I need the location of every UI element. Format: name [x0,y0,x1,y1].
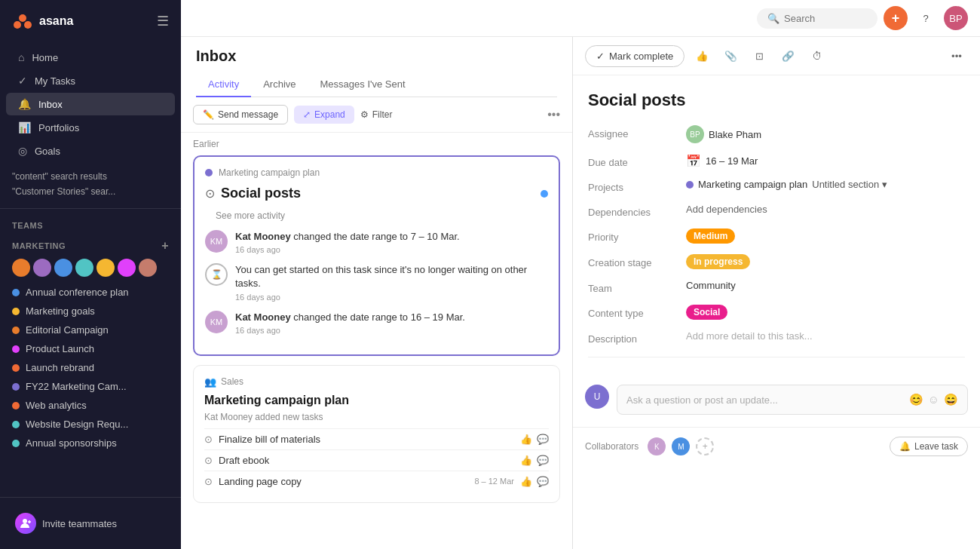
search-input[interactable] [784,13,867,24]
projects-value[interactable]: Marketing campaign plan Untitled section… [686,179,965,190]
timer-button[interactable]: ⏱ [805,44,828,67]
attach-button[interactable]: 📎 [719,44,742,67]
sidebar-project-annual-conf[interactable]: Annual conference plan [0,283,181,302]
card-project-label: Marketing campaign plan [219,167,320,178]
leave-task-button[interactable]: 🔔 Leave task [890,437,968,456]
inbox-toolbar: ✏️ Send message ⤢ Expand ⚙ Filter ••• [181,97,572,133]
due-date-text: 16 – 19 Mar [706,155,758,167]
activity-text-2: Kat Mooney changed the date range to 16 … [235,311,465,324]
due-date-row: Due date 📅 16 – 19 Mar [588,154,965,168]
comment-input-box[interactable]: Ask a question or post an update... 😊 ☺ … [617,385,968,415]
sidebar-project-fy22[interactable]: FY22 Marketing Cam... [0,377,181,396]
sidebar-project-product-launch[interactable]: Product Launch [0,339,181,358]
sidebar-item-home[interactable]: ⌂ Home [6,46,175,69]
dependencies-value[interactable]: Add dependencies [686,204,965,215]
add-project-button[interactable]: + [161,239,169,253]
section-dropdown[interactable]: Untitled section ▾ [812,179,887,190]
description-placeholder[interactable]: Add more detail to this task... [686,330,813,342]
assignee-value[interactable]: BP Blake Pham [686,125,965,143]
sidebar-project-annual-sponsorships[interactable]: Annual sponsorships [0,434,181,452]
add-collaborator-button[interactable]: + [696,437,714,455]
activity-entry-waiting: ⌛ You can get started on this task since… [205,263,548,301]
description-value[interactable]: Add more detail to this task... [686,330,965,342]
marketing-label: Marketing [12,241,66,250]
create-button[interactable]: + [884,6,908,30]
sales-activity-card[interactable]: 👥 Sales Marketing campaign plan Kat Moon… [193,365,560,503]
sidebar-item-portfolios[interactable]: 📊 Portfolios [6,116,175,139]
task-like-button-2[interactable]: 👍 [520,455,532,466]
task-comment-button-2[interactable]: 💬 [537,455,549,466]
sidebar-project-launch-rebrand[interactable]: Launch rebrand [0,358,181,377]
sidebar-project-marketing-goals[interactable]: Marketing goals [0,302,181,321]
svg-point-3 [23,519,27,523]
sidebar-item-goals[interactable]: ◎ Goals [6,140,175,162]
people-icon: 👥 [204,376,216,388]
invite-teammates-button[interactable]: Invite teammates [6,507,175,540]
collapse-sidebar-button[interactable]: ☰ [157,13,169,29]
mark-complete-button[interactable]: ✓ Mark complete [585,45,684,67]
content-type-badge[interactable]: Social [686,305,727,320]
sidebar: asana ☰ ⌂ Home ✓ My Tasks 🔔 Inbox 📊 Port… [0,0,181,549]
card-title: Social posts [221,186,301,201]
add-dependencies-link[interactable]: Add dependencies [686,204,767,215]
creation-stage-value[interactable]: In progress [686,254,965,269]
svg-point-0 [19,14,26,22]
filter-button[interactable]: ⚙ Filter [360,109,393,120]
section-name: Untitled section [812,179,879,190]
see-more-activity[interactable]: See more activity [216,210,548,221]
main-content: 🔍 + ? BP Inbox Activity Archive Messages… [181,0,980,549]
task-check-icon-1: ⊙ [204,434,213,445]
help-button[interactable]: ? [914,6,938,30]
content-type-value[interactable]: Social [686,305,965,320]
reaction-icon[interactable]: 😄 [944,393,958,406]
expand-icon: ⤢ [303,109,311,120]
project-label-editorial: Editorial Campaign [26,324,109,336]
expand-button[interactable]: ⤢ Expand [294,106,354,124]
task-like-button-1[interactable]: 👍 [520,434,532,445]
teams-section-label: Teams [12,221,43,230]
mark-complete-label: Mark complete [609,51,673,62]
social-posts-activity-card[interactable]: Marketing campaign plan ⊙ Social posts S… [193,155,560,356]
search-box[interactable]: 🔍 [757,8,877,29]
link-button[interactable]: 🔗 [776,44,799,67]
user-avatar[interactable]: BP [944,6,968,30]
filter-icon: ⚙ [360,109,369,120]
more-detail-button[interactable]: ••• [945,44,968,67]
unread-dot [541,190,548,198]
project-list: Annual conference planMarketing goalsEdi… [0,283,181,452]
tab-messages[interactable]: Messages I've Sent [308,72,418,97]
tab-activity[interactable]: Activity [196,72,251,97]
task-like-button-3[interactable]: 👍 [520,476,532,487]
sidebar-project-website-design[interactable]: Website Design Requ... [0,415,181,434]
more-options-button[interactable]: ••• [547,108,560,121]
search-result-1[interactable]: "content" search results [12,169,169,184]
marketing-section-header: Marketing + [0,233,181,256]
priority-value[interactable]: Medium [686,228,965,244]
subtask-button[interactable]: ⊡ [748,44,770,67]
tab-archive[interactable]: Archive [251,72,308,97]
team-avatar [96,259,115,277]
activity-content-2: Kat Mooney changed the date range to 16 … [235,311,465,335]
task-row-1: ⊙ Finalize bill of materials 👍 💬 [204,428,549,449]
task-comment-button-1[interactable]: 💬 [537,434,549,445]
emoji-icon[interactable]: 😊 [909,393,923,406]
sidebar-project-editorial[interactable]: Editorial Campaign [0,321,181,339]
dependencies-row: Dependencies Add dependencies [588,204,965,218]
send-message-button[interactable]: ✏️ Send message [193,105,288,124]
sidebar-item-label-portfolios: Portfolios [38,122,79,133]
search-result-2[interactable]: "Customer Stories" sear... [12,184,169,199]
sidebar-project-web-analytics[interactable]: Web analytics [0,396,181,415]
task-comment-button-3[interactable]: 💬 [537,476,549,487]
like-button[interactable]: 👍 [691,44,713,67]
creation-stage-badge[interactable]: In progress [686,254,750,269]
comment-placeholder: Ask a question or post an update... [626,394,778,406]
inbox-title: Inbox [196,48,557,65]
sidebar-item-inbox[interactable]: 🔔 Inbox [6,93,175,115]
description-row: Description Add more detail to this task… [588,330,965,345]
sidebar-item-my-tasks[interactable]: ✓ My Tasks [6,69,175,92]
priority-badge[interactable]: Medium [686,228,735,244]
smile-icon[interactable]: ☺ [928,393,939,406]
due-date-value[interactable]: 📅 16 – 19 Mar [686,154,965,168]
activity-time-2: 16 days ago [235,326,465,335]
home-icon: ⌂ [18,51,24,63]
